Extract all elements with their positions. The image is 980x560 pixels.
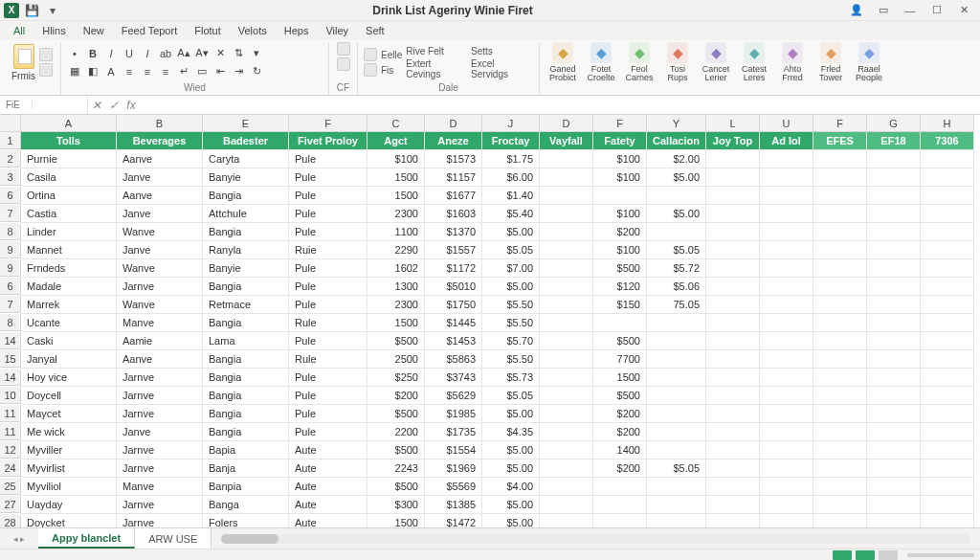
- cell[interactable]: [760, 314, 813, 332]
- cell[interactable]: [867, 314, 921, 332]
- menu-tab-hlins[interactable]: Hlins: [34, 23, 73, 38]
- cell[interactable]: $150: [593, 296, 647, 314]
- cell[interactable]: [813, 296, 867, 314]
- cell[interactable]: Rule: [289, 314, 368, 332]
- cell[interactable]: [760, 459, 813, 478]
- cell[interactable]: [921, 478, 974, 496]
- cell[interactable]: [593, 496, 647, 514]
- cell[interactable]: [647, 405, 706, 423]
- copy-button[interactable]: [39, 63, 53, 77]
- cell[interactable]: [647, 496, 706, 514]
- cell[interactable]: Bangia: [203, 187, 289, 205]
- row-header[interactable]: 11: [0, 423, 21, 440]
- cell[interactable]: [706, 478, 760, 496]
- cell[interactable]: $100: [593, 150, 647, 168]
- cell[interactable]: [760, 241, 813, 259]
- align-right-button[interactable]: ≡: [158, 64, 173, 79]
- column-header[interactable]: F: [289, 115, 368, 132]
- user-icon[interactable]: 👤: [844, 2, 869, 19]
- cell[interactable]: $5.00: [482, 459, 540, 478]
- cell[interactable]: $1472: [425, 514, 482, 527]
- cell[interactable]: $1157: [425, 168, 482, 187]
- font-shrink-button[interactable]: A▾: [194, 46, 210, 61]
- cell[interactable]: Myviller: [21, 441, 117, 459]
- clear-format-button[interactable]: ✕: [212, 46, 228, 61]
- cell[interactable]: $2.00: [647, 150, 706, 168]
- cell[interactable]: $120: [593, 278, 647, 296]
- column-header[interactable]: Y: [647, 115, 706, 132]
- cell[interactable]: [921, 187, 974, 205]
- menu-tab-velots[interactable]: Velots: [231, 23, 275, 38]
- cell[interactable]: [813, 278, 867, 296]
- row-header[interactable]: 24: [0, 459, 21, 477]
- cell[interactable]: 75.05: [647, 296, 706, 314]
- cell[interactable]: Banja: [203, 459, 289, 478]
- cell[interactable]: $5.00: [482, 405, 540, 423]
- cell[interactable]: Jarnve: [117, 514, 203, 527]
- italic-button[interactable]: I: [103, 46, 119, 61]
- table-header-cell[interactable]: Agct: [368, 132, 425, 150]
- column-header[interactable]: G: [867, 115, 921, 132]
- cell[interactable]: Caski: [21, 332, 117, 350]
- cell[interactable]: [760, 478, 813, 496]
- table-header-cell[interactable]: Callacion: [647, 132, 706, 150]
- cell[interactable]: [760, 168, 813, 187]
- cell[interactable]: [706, 405, 760, 423]
- cell[interactable]: 1500: [593, 369, 647, 387]
- row-header[interactable]: 1: [0, 132, 21, 149]
- row-header[interactable]: 15: [0, 350, 21, 368]
- cell[interactable]: $5.00: [482, 514, 540, 527]
- cell[interactable]: [867, 296, 921, 314]
- cell[interactable]: 2300: [368, 205, 425, 223]
- bold-button[interactable]: B: [85, 46, 100, 61]
- cell[interactable]: [706, 423, 760, 441]
- cell[interactable]: [647, 514, 706, 527]
- cell[interactable]: Banga: [203, 496, 289, 514]
- cell[interactable]: [921, 223, 974, 241]
- cell[interactable]: [540, 223, 593, 241]
- cell[interactable]: [706, 441, 760, 459]
- cell[interactable]: Aamie: [117, 332, 203, 350]
- cell[interactable]: Purnie: [21, 150, 117, 168]
- cell[interactable]: [813, 405, 867, 423]
- cell[interactable]: [921, 387, 974, 405]
- formula-bar[interactable]: [140, 96, 980, 114]
- cell[interactable]: Pule: [289, 168, 368, 187]
- cell[interactable]: Rule: [289, 350, 368, 369]
- cell[interactable]: $1603: [425, 205, 482, 223]
- cell[interactable]: [540, 387, 593, 405]
- cell[interactable]: $1554: [425, 441, 482, 459]
- cell[interactable]: Myviliol: [21, 478, 117, 496]
- cell[interactable]: [593, 314, 647, 332]
- cell[interactable]: [540, 478, 593, 496]
- row-header[interactable]: 7: [0, 205, 21, 222]
- cell[interactable]: Attchule: [203, 205, 289, 223]
- table-header-cell[interactable]: Ad Iol: [760, 132, 813, 150]
- cell[interactable]: $1.75: [482, 150, 540, 168]
- cell[interactable]: [593, 187, 647, 205]
- cell[interactable]: $500: [593, 387, 647, 405]
- cell[interactable]: Mannet: [21, 241, 117, 259]
- cell[interactable]: Bangia: [203, 369, 289, 387]
- sort-button[interactable]: ⇅: [231, 46, 246, 61]
- cell[interactable]: [867, 187, 921, 205]
- more-font-button[interactable]: ▾: [249, 46, 264, 61]
- cell[interactable]: $200: [593, 459, 647, 478]
- cell[interactable]: [647, 478, 706, 496]
- cell[interactable]: Doycell: [21, 387, 117, 405]
- cell[interactable]: $5863: [425, 350, 482, 369]
- cut-button[interactable]: [39, 48, 53, 61]
- cell[interactable]: $500: [368, 332, 425, 350]
- zoom-slider[interactable]: [907, 553, 974, 557]
- cell[interactable]: Wanve: [117, 259, 203, 278]
- cell[interactable]: $1445: [425, 314, 482, 332]
- cell[interactable]: [921, 369, 974, 387]
- cell[interactable]: Frndeds: [21, 259, 117, 278]
- cell[interactable]: $5.00: [482, 223, 540, 241]
- cell[interactable]: Janve: [117, 423, 203, 441]
- table-header-cell[interactable]: Aneze: [425, 132, 482, 150]
- menu-tab-new[interactable]: New: [76, 23, 112, 38]
- cell[interactable]: 2200: [368, 423, 425, 441]
- cell[interactable]: Pule: [289, 278, 368, 296]
- cell[interactable]: $1750: [425, 296, 482, 314]
